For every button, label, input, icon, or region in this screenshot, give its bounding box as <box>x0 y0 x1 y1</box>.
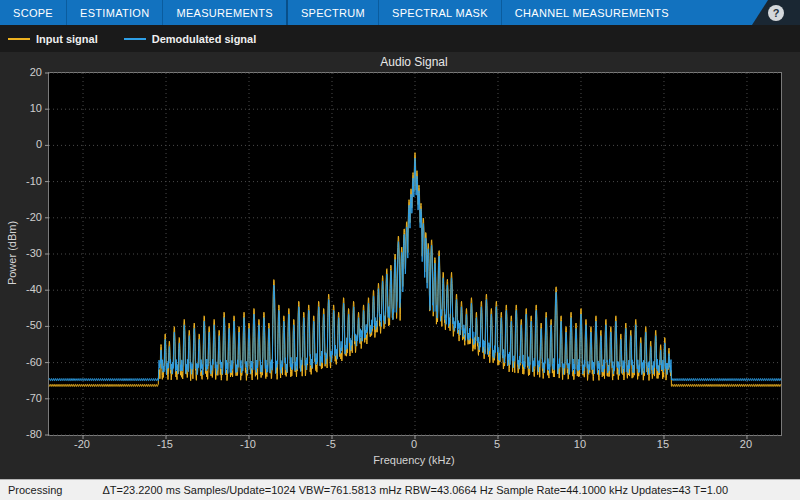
y-tick-label: -70 <box>2 392 42 404</box>
tab-measurements[interactable]: MEASUREMENTS <box>163 0 286 25</box>
tab-estimation[interactable]: ESTIMATION <box>67 0 162 25</box>
legend-item-demodulated-signal[interactable]: Demodulated signal <box>124 33 257 45</box>
x-tick-label: 10 <box>574 438 586 450</box>
x-tick-label: -20 <box>74 438 90 450</box>
y-tick-label: 20 <box>2 66 42 78</box>
y-tick-label: -30 <box>2 247 42 259</box>
tab-spectral-mask[interactable]: SPECTRAL MASK <box>379 0 501 25</box>
legend-label: Input signal <box>36 33 98 45</box>
help-wedge: ? <box>752 0 800 25</box>
x-tick-label: 5 <box>494 438 500 450</box>
x-tick-label: -15 <box>157 438 173 450</box>
status-processing: Processing <box>8 484 62 496</box>
spectrum-analyzer-window: SCOPEESTIMATIONMEASUREMENTSSPECTRUMSPECT… <box>0 0 800 500</box>
legend-swatch <box>124 38 146 40</box>
y-tick-label: 10 <box>2 102 42 114</box>
x-tick-label: 0 <box>411 438 417 450</box>
legend-bar: Input signalDemodulated signal <box>0 25 800 52</box>
x-tick-label: 15 <box>657 438 669 450</box>
y-tick-label: -20 <box>2 211 42 223</box>
y-tick-label: 0 <box>2 138 42 150</box>
legend-label: Demodulated signal <box>152 33 257 45</box>
toolstrip-tabbar: SCOPEESTIMATIONMEASUREMENTSSPECTRUMSPECT… <box>0 0 800 25</box>
x-axis-label: Frequency (kHz) <box>48 454 780 466</box>
y-tick-label: -40 <box>2 283 42 295</box>
tab-scope[interactable]: SCOPE <box>0 0 66 25</box>
x-tick-label: -10 <box>240 438 256 450</box>
y-tick-label: -10 <box>2 175 42 187</box>
plot-title: Audio Signal <box>48 55 780 69</box>
tab-channel-measurements[interactable]: CHANNEL MEASUREMENTS <box>502 0 682 25</box>
y-tick-label: -80 <box>2 428 42 440</box>
tab-list: SCOPEESTIMATIONMEASUREMENTSSPECTRUMSPECT… <box>0 0 682 25</box>
y-tick-label: -50 <box>2 319 42 331</box>
y-tick-label: -60 <box>2 356 42 368</box>
tab-spectrum[interactable]: SPECTRUM <box>288 0 378 25</box>
help-button[interactable]: ? <box>768 5 784 21</box>
plot-canvas[interactable] <box>48 72 782 436</box>
legend-item-input-signal[interactable]: Input signal <box>8 33 98 45</box>
x-tick-label: 20 <box>740 438 752 450</box>
status-stats: ΔT=23.2200 ms Samples/Update=1024 VBW=76… <box>102 484 728 496</box>
plot-region: Audio Signal Power (dBm) -20-15-10-50510… <box>0 52 800 479</box>
x-tick-label: -5 <box>326 438 336 450</box>
status-bar: Processing ΔT=23.2200 ms Samples/Update=… <box>0 479 800 500</box>
legend-swatch <box>8 38 30 40</box>
